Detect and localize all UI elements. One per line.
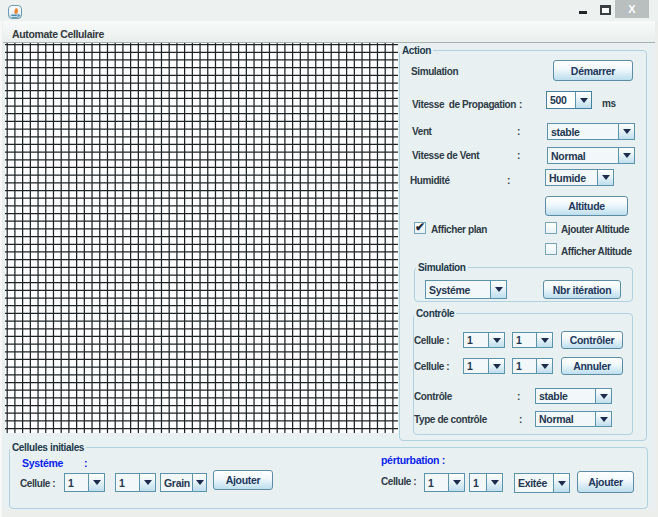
humidite-combo[interactable]: Humide bbox=[545, 169, 614, 186]
cellule-left-combo1[interactable]: 1 bbox=[64, 473, 105, 492]
altitude-button[interactable]: Altitude bbox=[545, 196, 628, 216]
systeme-combo-arrow-icon[interactable] bbox=[490, 281, 506, 298]
cellule-left-label: Cellule : bbox=[20, 478, 55, 489]
afficher-altitude-checkbox[interactable] bbox=[545, 243, 557, 255]
controler-button[interactable]: Contrôler bbox=[561, 331, 623, 349]
vitesse-vent-label: Vitesse de Vent bbox=[412, 150, 479, 161]
controle-row1-combo1-value: 1 bbox=[464, 333, 488, 347]
humidite-combo-value: Humide bbox=[546, 170, 597, 185]
controle-row1-label: Cellule : bbox=[414, 335, 449, 346]
cellule-right-combo1-value: 1 bbox=[425, 474, 448, 491]
controle-row2-combo2[interactable]: 1 bbox=[512, 358, 553, 374]
cellule-left-combo1-arrow-icon[interactable] bbox=[88, 474, 104, 491]
controle-combo[interactable]: stable bbox=[535, 388, 612, 404]
cellular-grid[interactable] bbox=[5, 43, 398, 433]
ajouter-altitude-checkbox[interactable] bbox=[545, 222, 557, 234]
cellule-right-combo2-arrow-icon[interactable] bbox=[486, 474, 502, 491]
cellule-right-combo2[interactable]: 1 bbox=[469, 473, 503, 492]
controle-row2-combo2-value: 1 bbox=[513, 359, 536, 373]
ms-label: ms bbox=[602, 98, 616, 109]
cellule-left-combo3[interactable]: Grain bbox=[160, 473, 207, 492]
application-window: X Automate Cellulaire Action Simulation … bbox=[0, 0, 658, 517]
vitesse-vent-combo[interactable]: Normal bbox=[547, 147, 635, 164]
humidite-label: Humidité bbox=[410, 175, 450, 186]
vitesse-combo-value: 500 bbox=[547, 92, 575, 108]
vent-label: Vent bbox=[412, 126, 432, 137]
systeme-label: Systéme bbox=[22, 458, 63, 469]
controle-row2-label: Cellule : bbox=[414, 361, 449, 372]
vitesse-vent-combo-arrow-icon[interactable] bbox=[618, 148, 634, 163]
systeme-combo[interactable]: Systéme bbox=[425, 280, 507, 299]
simulation-box-title: Simulation bbox=[416, 262, 468, 273]
vent-colon: : bbox=[517, 126, 520, 137]
cellule-right-combo3-value: Exitée bbox=[515, 474, 553, 492]
cellule-left-combo1-value: 1 bbox=[65, 474, 88, 491]
window-left-edge bbox=[0, 0, 2, 517]
humidite-colon: : bbox=[507, 175, 510, 186]
type-controle-combo[interactable]: Normal bbox=[535, 411, 612, 427]
annuler-button[interactable]: Annuler bbox=[561, 357, 623, 375]
java-cup-icon[interactable] bbox=[8, 5, 22, 19]
cellules-box-title: Cellules initiales bbox=[10, 442, 86, 453]
cellule-right-combo2-value: 1 bbox=[470, 474, 486, 491]
vent-combo[interactable]: stable bbox=[547, 123, 635, 140]
vitesse-propagation-colon: : bbox=[519, 99, 522, 110]
perturbation-label: pérturbation : bbox=[381, 455, 445, 466]
grid-lines bbox=[5, 43, 398, 433]
title-bar[interactable]: X bbox=[0, 0, 658, 21]
controle-row1-combo1-arrow-icon[interactable] bbox=[488, 333, 504, 347]
menu-automate-cellulaire[interactable]: Automate Cellulaire bbox=[12, 28, 104, 40]
vitesse-vent-combo-value: Normal bbox=[548, 148, 618, 163]
controle-row1-combo2-value: 1 bbox=[513, 333, 536, 347]
controle-row2-combo1-arrow-icon[interactable] bbox=[488, 359, 504, 373]
vitesse-vent-colon: : bbox=[517, 150, 520, 161]
controle-colon: : bbox=[517, 391, 520, 402]
controle-row1-combo1[interactable]: 1 bbox=[463, 332, 505, 348]
controle-combo-value: stable bbox=[536, 389, 595, 403]
type-controle-combo-arrow-icon[interactable] bbox=[595, 412, 611, 426]
systeme-colon: : bbox=[84, 458, 87, 469]
type-controle-combo-value: Normal bbox=[536, 412, 595, 426]
cellule-left-combo2[interactable]: 1 bbox=[115, 473, 156, 492]
afficher-plan-label: Afficher plan bbox=[431, 224, 487, 235]
cellule-right-label: Cellule : bbox=[381, 476, 416, 487]
ajouter-left-button[interactable]: Ajouter bbox=[213, 470, 273, 490]
cellule-left-combo2-value: 1 bbox=[116, 474, 139, 491]
ajouter-right-button[interactable]: Ajouter bbox=[577, 471, 634, 493]
cellule-right-combo1-arrow-icon[interactable] bbox=[448, 474, 464, 491]
cellule-right-combo3-arrow-icon[interactable] bbox=[553, 474, 569, 492]
cellule-left-combo3-arrow-icon[interactable] bbox=[192, 474, 206, 491]
simulation-label: Simulation bbox=[411, 66, 458, 77]
cellule-left-combo3-value: Grain bbox=[161, 474, 192, 491]
controle-row1-combo2[interactable]: 1 bbox=[512, 332, 553, 348]
controle-box-title: Contrôle bbox=[414, 308, 456, 319]
vitesse-combo[interactable]: 500 bbox=[546, 91, 592, 109]
vitesse-combo-arrow-icon[interactable] bbox=[575, 92, 591, 108]
vent-combo-arrow-icon[interactable] bbox=[618, 124, 634, 139]
afficher-altitude-label: Afficher Altitude bbox=[561, 246, 632, 257]
controle-label: Contrôle bbox=[414, 391, 452, 402]
close-button[interactable]: X bbox=[615, 0, 649, 18]
menu-bar: Automate Cellulaire bbox=[3, 21, 655, 43]
maximize-button[interactable] bbox=[600, 5, 611, 15]
type-controle-colon: : bbox=[519, 414, 522, 425]
cellule-right-combo3[interactable]: Exitée bbox=[514, 473, 570, 493]
demarrer-button[interactable]: Démarrer bbox=[553, 60, 633, 81]
type-controle-label: Type de contrôle bbox=[414, 414, 487, 425]
cellule-right-combo1[interactable]: 1 bbox=[424, 473, 465, 492]
vitesse-propagation-label: Vitesse de Propagation bbox=[412, 99, 516, 110]
minimize-button[interactable] bbox=[579, 11, 587, 14]
controle-combo-arrow-icon[interactable] bbox=[595, 389, 611, 403]
controle-row2-combo1[interactable]: 1 bbox=[463, 358, 505, 374]
nbr-iteration-button[interactable]: Nbr itération bbox=[543, 280, 621, 299]
controle-row2-combo2-arrow-icon[interactable] bbox=[536, 359, 552, 373]
ajouter-altitude-label: Ajouter Altitude bbox=[561, 224, 629, 235]
afficher-plan-checkbox[interactable]: ✔ bbox=[414, 222, 426, 234]
systeme-combo-value: Systéme bbox=[426, 281, 490, 298]
vent-combo-value: stable bbox=[548, 124, 618, 139]
controle-row2-combo1-value: 1 bbox=[464, 359, 488, 373]
humidite-combo-arrow-icon[interactable] bbox=[597, 170, 613, 185]
check-mark-icon: ✔ bbox=[415, 220, 425, 234]
controle-row1-combo2-arrow-icon[interactable] bbox=[536, 333, 552, 347]
cellule-left-combo2-arrow-icon[interactable] bbox=[139, 474, 155, 491]
